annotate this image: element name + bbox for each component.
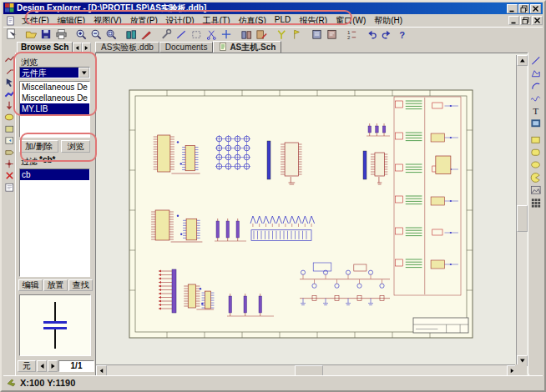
rect-icon[interactable] — [529, 133, 543, 146]
menu-item-4[interactable]: 设计(D) — [162, 15, 199, 27]
save-icon[interactable] — [39, 28, 53, 41]
zoom-area-icon[interactable] — [104, 28, 118, 41]
menu-item-6[interactable]: 仿真(S) — [234, 15, 270, 27]
footer-button-2[interactable]: 查找 — [68, 279, 93, 291]
book-pencil-icon[interactable] — [255, 28, 268, 41]
title-bar[interactable]: Design Explorer - [D:\PROTELSP\AS实验板.ddb… — [3, 3, 543, 14]
move-plus-icon[interactable] — [220, 28, 233, 41]
undo-icon[interactable] — [365, 28, 378, 41]
horizontal-scrollbar[interactable] — [96, 364, 518, 375]
drawing-toolbar: T — [528, 53, 543, 374]
browse-button[interactable]: 浏览 — [61, 140, 90, 153]
schematic-editor[interactable] — [95, 53, 529, 376]
doc-tab-1[interactable]: Documents — [159, 42, 214, 53]
wrench-icon[interactable] — [159, 28, 173, 41]
net-label-icon[interactable] — [3, 76, 15, 88]
lib-a-icon[interactable] — [310, 28, 323, 41]
status-bar: X:100 Y:1190 — [3, 375, 543, 389]
filter-input[interactable]: *cb* — [38, 155, 90, 166]
child-window-minimize-button[interactable] — [508, 16, 519, 25]
child-window-restore-button[interactable] — [520, 16, 531, 25]
library-list-item[interactable]: MY.LIB — [20, 103, 89, 114]
no-erc-icon[interactable] — [3, 169, 15, 181]
menu-item-8[interactable]: 报告(R) — [295, 15, 331, 27]
wire-y-icon[interactable] — [275, 28, 288, 41]
books-icon[interactable] — [240, 28, 253, 41]
menu-item-3[interactable]: 放置(P) — [125, 15, 161, 27]
footer-button-1[interactable]: 放置 — [43, 279, 68, 291]
prev-part-button[interactable] — [37, 360, 47, 372]
menu-item-0[interactable]: 文件(F) — [18, 15, 53, 27]
sheet-symbol-icon[interactable] — [3, 123, 15, 134]
probe-flag-icon[interactable] — [290, 28, 303, 41]
window-minimize-button[interactable] — [507, 4, 518, 13]
line-icon[interactable] — [529, 54, 543, 67]
doc-tab-0[interactable]: AS实验板.ddb — [95, 42, 159, 53]
menu-item-9[interactable]: 窗口(W) — [331, 15, 370, 27]
filter-label: 过滤 — [21, 156, 38, 168]
text-icon[interactable]: T — [529, 104, 543, 117]
vscroll-thumb[interactable] — [517, 205, 528, 232]
draw-line-icon[interactable] — [174, 28, 188, 41]
window-restore-button[interactable] — [518, 4, 529, 13]
document-tabs: AS实验板.ddbDocumentsAS主机.Sch — [95, 41, 281, 53]
browse-libs-icon[interactable] — [124, 28, 138, 41]
print-icon[interactable] — [54, 28, 68, 41]
menu-item-2[interactable]: 视图(V) — [89, 15, 125, 27]
zoom-in-icon[interactable] — [74, 28, 88, 41]
ellipse-icon[interactable] — [529, 158, 543, 171]
tab-browse-sch[interactable]: Browse Sch — [17, 42, 73, 53]
bezier-icon[interactable] — [529, 92, 543, 104]
round-rect-icon[interactable] — [529, 146, 543, 158]
pie-icon[interactable] — [529, 171, 543, 183]
open-icon[interactable] — [24, 28, 38, 41]
dashed-rect-icon[interactable] — [190, 28, 203, 41]
image-frame-icon[interactable] — [529, 117, 543, 129]
cut-icon[interactable] — [205, 28, 218, 41]
part-icon[interactable] — [3, 111, 15, 123]
unit-button[interactable]: 元 — [18, 360, 36, 372]
bus-icon[interactable] — [3, 88, 15, 99]
bus-entry-icon[interactable] — [3, 64, 15, 76]
menu-item-7[interactable]: PLD — [270, 15, 295, 27]
polygon-icon[interactable] — [529, 67, 543, 79]
select-sheet-icon[interactable] — [4, 28, 18, 41]
library-type-combobox[interactable]: 元件库 — [19, 67, 90, 78]
help-icon[interactable]: ? — [395, 28, 408, 41]
lib-b-icon[interactable] — [325, 28, 338, 41]
menu-item-10[interactable]: 帮助(H) — [370, 15, 407, 27]
arc-icon[interactable] — [529, 79, 543, 92]
next-part-button[interactable] — [48, 360, 58, 372]
array-icon[interactable] — [529, 196, 543, 209]
scroll-up-button[interactable] — [517, 55, 528, 66]
footer-button-0[interactable]: 编辑 — [18, 279, 43, 291]
child-window-close-button[interactable] — [532, 16, 543, 25]
chevron-down-icon[interactable] — [78, 68, 89, 78]
library-list-item[interactable]: Miscellaneous De — [20, 93, 89, 103]
graphic-icon[interactable] — [529, 183, 543, 196]
text-frame-icon[interactable] — [3, 181, 15, 193]
junction-icon[interactable] — [3, 158, 15, 169]
panel-scroll-left-button[interactable] — [73, 43, 82, 53]
add-remove-button[interactable]: 加/删除 — [19, 140, 58, 153]
redo-icon[interactable] — [380, 28, 393, 41]
red-pencil-icon[interactable] — [139, 28, 153, 41]
wire-icon[interactable] — [3, 53, 15, 64]
menu-item-5[interactable]: 工具(T) — [199, 15, 235, 27]
part-list-item[interactable]: cb — [20, 169, 89, 180]
library-list-item[interactable]: Miscellaneous De — [20, 82, 89, 93]
panel-scroll-right-button[interactable] — [82, 43, 91, 53]
schematic-canvas[interactable] — [96, 53, 528, 375]
sheet-tab-icon — [219, 43, 227, 53]
sheet-entry-icon[interactable] — [3, 134, 15, 146]
annotate-icon[interactable]: 12 — [345, 28, 358, 41]
zoom-out-icon[interactable] — [89, 28, 103, 41]
window-close-button[interactable] — [530, 4, 541, 13]
menu-item-1[interactable]: 编辑(E) — [53, 15, 89, 27]
library-list[interactable]: Miscellaneous DeMiscellaneous DeMY.LIB — [19, 81, 90, 138]
port-icon[interactable] — [3, 146, 15, 158]
vertical-scrollbar[interactable] — [516, 55, 527, 366]
part-list[interactable]: cb — [19, 168, 90, 277]
doc-tab-2[interactable]: AS主机.Sch — [213, 41, 281, 53]
power-port-icon[interactable] — [3, 99, 15, 111]
